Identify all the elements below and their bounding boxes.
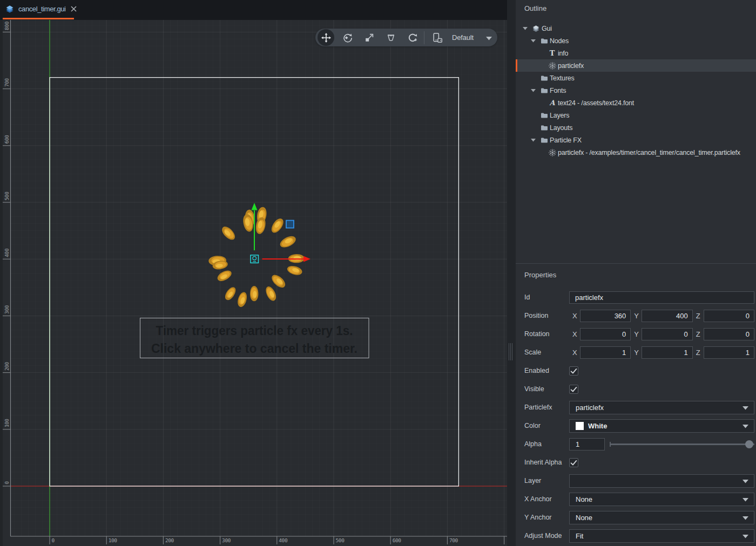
ruler-y-label: 100 (4, 419, 10, 428)
position-y-input[interactable] (642, 310, 692, 322)
panel-splitter[interactable] (507, 0, 516, 546)
outline-header: Outline (524, 4, 546, 12)
expand-arrow-icon[interactable] (531, 39, 536, 43)
alpha-slider[interactable] (610, 440, 754, 449)
tree-row-particlefx[interactable]: particlefx - /examples/timer/cancel_time… (516, 146, 756, 159)
inherit-alpha-checkbox[interactable] (569, 458, 578, 467)
property-row-id: Id (516, 288, 756, 306)
tree-row-text24[interactable]: Atext24 - /assets/text24.font (516, 97, 756, 109)
splitter-grip (509, 343, 514, 360)
tree-row-layouts[interactable]: Layouts (516, 121, 756, 134)
position-x-input[interactable] (580, 310, 631, 322)
property-row-scale: Scale X Y Z (516, 343, 756, 361)
orbit-tool-button[interactable] (402, 29, 423, 46)
tab-title: cancel_timer.gui (18, 5, 66, 13)
scene-canvas[interactable]: Timer triggers particle fx every 1s. Cli… (0, 20, 507, 546)
defold-editor-window: cancel_timer.gui Timer triggers particle… (0, 0, 756, 546)
properties-divider (516, 263, 756, 264)
tree-row-particlefx[interactable]: particlefx (516, 59, 756, 72)
ruler-x-label: 500 (336, 537, 345, 543)
text-node-line1: Timer triggers particle fx every 1s. (156, 324, 353, 338)
y-anchor-dropdown[interactable]: None (569, 511, 754, 524)
rotate-tool-button[interactable] (337, 29, 359, 46)
particle (220, 224, 237, 242)
properties-header: Properties (524, 271, 556, 279)
position-y-axis-label: Y (634, 312, 639, 320)
expand-arrow-icon[interactable] (523, 27, 528, 30)
particlefx-dropdown-value: particlefx (576, 404, 742, 412)
scale-z-input[interactable] (704, 346, 754, 359)
properties-form: Id Position X Y Z Rotation (516, 288, 756, 545)
tree-row-layers[interactable]: Layers (516, 109, 756, 121)
enabled-checkbox[interactable] (569, 366, 578, 376)
viewport-toolbar: Default (315, 29, 497, 46)
tree-row-nodes[interactable]: Nodes (516, 35, 756, 47)
tree-row-fonts[interactable]: Fonts (516, 84, 756, 97)
selection-handle-blue[interactable] (286, 221, 294, 228)
rotation-y-input[interactable] (642, 328, 692, 340)
tree-row-textures[interactable]: Textures (516, 72, 756, 84)
expand-arrow-icon[interactable] (531, 139, 536, 142)
ruler-y-label: 200 (4, 361, 10, 371)
scale-label: Scale (524, 349, 569, 356)
particle (236, 291, 248, 308)
color-dropdown-value: White (588, 422, 742, 430)
ruler-x-label: 0 (52, 537, 55, 543)
color-dropdown[interactable]: White (569, 419, 754, 433)
x-anchor-dropdown[interactable]: None (569, 493, 754, 506)
id-input[interactable] (569, 291, 754, 304)
ruler-x-label: 700 (449, 537, 458, 543)
text-node[interactable]: Timer triggers particle fx every 1s. Cli… (140, 318, 369, 358)
tree-label: Nodes (550, 37, 569, 45)
ruler-y-label: 600 (4, 135, 10, 144)
property-row-position: Position X Y Z (516, 306, 756, 325)
visible-checkbox[interactable] (569, 385, 578, 394)
alpha-slider-knob[interactable] (745, 440, 753, 448)
viewport: Timer triggers particle fx every 1s. Cli… (0, 20, 507, 546)
tree-row-info[interactable]: Tinfo (516, 47, 756, 59)
tree-row-gui[interactable]: Gui (516, 22, 756, 35)
layer-dropdown[interactable] (569, 474, 754, 488)
tab-cancel-timer-gui[interactable]: cancel_timer.gui (0, 0, 82, 18)
folder-icon (541, 124, 548, 132)
layer-label: Layer (524, 477, 569, 484)
tree-row-particle[interactable]: Particle FX (516, 134, 756, 146)
adjust-mode-dropdown[interactable]: Fit (569, 529, 754, 543)
rotation-x-input[interactable] (580, 328, 631, 340)
variant-selector[interactable]: Default (424, 29, 497, 46)
tab-close-icon[interactable] (71, 6, 77, 12)
variant-label: Default (452, 33, 474, 42)
dropdown-caret-icon (742, 476, 748, 486)
ruler-labels-x: 0100200300400500600700 (52, 537, 458, 543)
font-icon: A (549, 99, 555, 106)
outline-tree: GuiNodesTinfoparticlefxTexturesFontsAtex… (516, 22, 756, 159)
scale-x-input[interactable] (580, 346, 631, 359)
move-tool-button[interactable] (315, 29, 337, 46)
scale-tool-button[interactable] (359, 29, 380, 46)
property-row-particlefx: Particlefx particlefx (516, 398, 756, 417)
alpha-input[interactable] (569, 438, 605, 451)
position-z-input[interactable] (704, 310, 754, 322)
rotation-label: Rotation (524, 330, 569, 338)
tree-label: particlefx - /examples/timer/cancel_time… (558, 149, 740, 156)
expand-arrow-icon[interactable] (531, 89, 536, 92)
color-label: Color (524, 422, 569, 429)
property-row-layer: Layer (516, 472, 756, 490)
dropdown-caret-icon (742, 402, 748, 412)
ruler-y-label: 800 (4, 21, 10, 30)
ruler-y-label: 700 (4, 78, 10, 87)
canvas-left-shade (0, 20, 3, 546)
frustum-tool-button[interactable] (380, 29, 402, 46)
property-row-adjust-mode: Adjust Mode Fit (516, 527, 756, 545)
rotation-z-input[interactable] (704, 328, 754, 340)
y-anchor-dropdown-value: None (576, 514, 742, 522)
id-label: Id (524, 294, 569, 301)
ruler-x-label: 300 (222, 537, 231, 543)
property-row-enabled: Enabled (516, 361, 756, 380)
ruler-labels-y: 0100200300400500600700800 (4, 21, 10, 484)
scale-y-input[interactable] (642, 346, 692, 359)
particlefx-label: Particlefx (524, 404, 569, 411)
folder-icon (541, 112, 548, 119)
property-row-color: Color White (516, 417, 756, 435)
particlefx-dropdown[interactable]: particlefx (569, 401, 754, 414)
